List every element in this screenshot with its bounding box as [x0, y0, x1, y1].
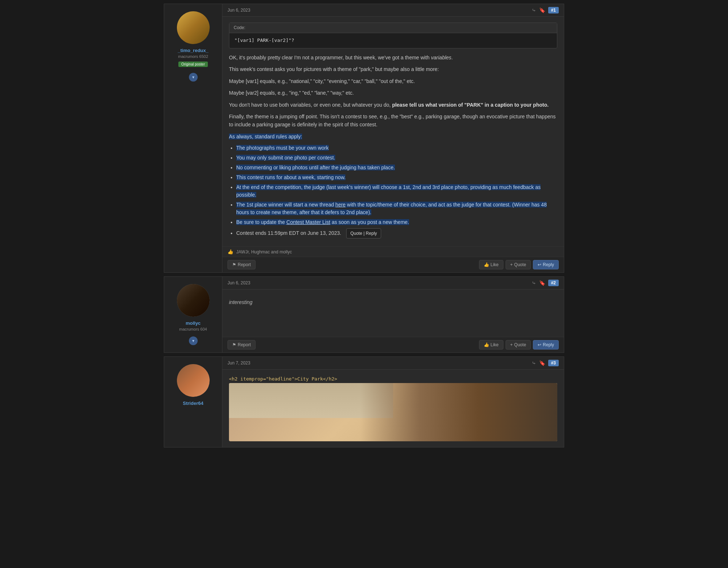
like-label: Like: [491, 262, 499, 267]
user-rank: macrumors 6502: [178, 54, 208, 59]
post-date: Jun 6, 2023: [228, 8, 250, 13]
post-image: [229, 383, 557, 441]
reaction-like-icon: 👍: [228, 249, 233, 255]
rule-8: Contest ends 11:59pm EDT on June 13, 202…: [236, 228, 557, 238]
quote-button[interactable]: + Quote: [506, 260, 531, 269]
reaction-names: JAWJr, Hughmac and mollyc: [236, 249, 292, 255]
post-number: #2: [548, 280, 559, 286]
reply-button[interactable]: ↩ Reply: [533, 340, 559, 350]
op-badge: Original poster: [178, 62, 208, 67]
header-actions: ⤷ 🔖 #3: [532, 360, 559, 366]
rule-5: At the end of the competition, the judge…: [236, 184, 557, 199]
post-1-header: Jun 6, 2023 ⤷ 🔖 #1: [222, 4, 564, 17]
footer-left: ⚑ Report: [228, 260, 256, 269]
user-chevron-down[interactable]: ▾: [189, 336, 198, 345]
avatar: [177, 284, 210, 317]
post-date: Jun 6, 2023: [228, 280, 250, 285]
share-icon[interactable]: ⤷: [532, 360, 536, 366]
report-button[interactable]: ⚑ Report: [228, 340, 256, 350]
share-icon[interactable]: ⤷: [532, 280, 536, 286]
rules-list: The photographs must be your own work Yo…: [236, 144, 557, 238]
quote-label: Quote: [514, 262, 526, 267]
rule-5-text: At the end of the competition, the judge…: [236, 184, 541, 198]
username[interactable]: Strider64: [183, 401, 203, 406]
post-2-header: Jun 6, 2023 ⤷ 🔖 #2: [222, 277, 564, 289]
post-1-sidebar: _timo_redux_ macrumors 6502 Original pos…: [164, 4, 222, 272]
body-para-3: Maybe [var1] equals, e.g., "national," "…: [229, 77, 557, 85]
user-chevron-down[interactable]: ▾: [189, 73, 198, 82]
rule-6: The 1st place winner will start a new th…: [236, 201, 557, 216]
code-label: Code:: [229, 23, 557, 33]
rule-1: The photographs must be your own work: [236, 144, 557, 152]
rule-4: This contest runs for about a week, star…: [236, 174, 557, 181]
tooltip-quote-reply[interactable]: Quote | Reply: [346, 228, 381, 238]
rule-3: No commenting or liking photos until aft…: [236, 164, 557, 171]
rule-7-text: Be sure to update the Contest Master Lis…: [236, 219, 409, 225]
post-3-sidebar: Strider64: [164, 357, 222, 447]
post-3-main: Jun 7, 2023 ⤷ 🔖 #3 <h2 itemprop="headlin…: [222, 357, 564, 447]
like-button[interactable]: 👍 Like: [479, 340, 503, 350]
code-block: Code: "[var1] PARK-[var2]"?: [229, 23, 557, 48]
like-button[interactable]: 👍 Like: [479, 260, 503, 269]
like-thumb-icon: 👍: [484, 262, 489, 267]
rules-header-text: As always, standard rules apply:: [229, 134, 302, 139]
chevron-down-icon: ▾: [192, 338, 194, 343]
body-para-4: Maybe [var2] equals, e.g., "ing," "ed," …: [229, 89, 557, 97]
header-actions: ⤷ 🔖 #1: [532, 7, 559, 13]
post-2-sidebar: mollyc macrumors 604 ▾: [164, 277, 222, 352]
bookmark-icon[interactable]: 🔖: [539, 280, 545, 286]
reply-label: Reply: [543, 342, 554, 347]
post-2-text: interesting: [229, 298, 557, 306]
rule-4-text: This contest runs for about a week, star…: [236, 174, 345, 180]
bookmark-icon[interactable]: 🔖: [539, 7, 545, 13]
post-3-code: <h2 itemprop="headline">City Park</h2>: [229, 375, 557, 383]
chevron-down-icon: ▾: [192, 75, 194, 80]
rule-2: You may only submit one photo per contes…: [236, 154, 557, 162]
post-number: #1: [548, 7, 559, 13]
username[interactable]: _timo_redux_: [178, 48, 209, 53]
quote-plus-icon: +: [510, 342, 513, 347]
post-2-footer: ⚑ Report 👍 Like + Quote ↩ Reply: [222, 337, 564, 352]
footer-left: ⚑ Report: [228, 340, 256, 350]
rule-2-text: You may only submit one photo per contes…: [236, 155, 335, 161]
post-2: mollyc macrumors 604 ▾ Jun 6, 2023 ⤷ 🔖 #…: [164, 276, 564, 353]
reactions-row: 👍 JAWJr, Hughmac and mollyc: [222, 246, 564, 257]
post-1: _timo_redux_ macrumors 6502 Original pos…: [164, 4, 564, 273]
report-label: Report: [238, 342, 251, 347]
username[interactable]: mollyc: [186, 320, 201, 326]
quote-button[interactable]: + Quote: [506, 340, 531, 350]
like-label: Like: [491, 342, 499, 347]
rule-3-text: No commenting or liking photos until aft…: [236, 165, 395, 170]
report-label: Report: [238, 262, 251, 267]
footer-right: 👍 Like + Quote ↩ Reply: [479, 340, 559, 350]
report-button[interactable]: ⚑ Report: [228, 260, 256, 269]
rule-7: Be sure to update the Contest Master Lis…: [236, 218, 557, 226]
post-2-body: interesting: [222, 289, 564, 337]
quote-label: Quote: [514, 342, 526, 347]
flag-icon: ⚑: [232, 262, 236, 267]
post-2-main: Jun 6, 2023 ⤷ 🔖 #2 interesting ⚑ Report …: [222, 277, 564, 352]
rule-1-text: The photographs must be your own work: [236, 145, 329, 151]
footer-right: 👍 Like + Quote ↩ Reply: [479, 260, 559, 269]
reply-label: Reply: [543, 262, 554, 267]
flag-icon: ⚑: [232, 342, 236, 347]
body-para-6: Finally, the theme is a jumping off poin…: [229, 113, 557, 129]
header-actions: ⤷ 🔖 #2: [532, 280, 559, 286]
avatar: [177, 364, 210, 397]
post-3-header: Jun 7, 2023 ⤷ 🔖 #3: [222, 357, 564, 370]
post-1-body: Code: "[var1] PARK-[var2]"? OK, it's pro…: [222, 17, 564, 246]
reply-button[interactable]: ↩ Reply: [533, 260, 559, 269]
post-number: #3: [548, 360, 559, 366]
rules-header: As always, standard rules apply:: [229, 133, 557, 141]
avatar: [177, 11, 210, 44]
post-3-body: <h2 itemprop="headline">City Park</h2>: [222, 370, 564, 447]
share-icon[interactable]: ⤷: [532, 7, 536, 13]
post-1-footer: ⚑ Report 👍 Like + Quote ↩ Reply: [222, 257, 564, 272]
rule-6-text: The 1st place winner will start a new th…: [236, 202, 547, 215]
body-para-2: This week's contest asks you for picture…: [229, 65, 557, 73]
body-para-1: OK, it's probably pretty clear I'm not a…: [229, 54, 557, 62]
code-content: "[var1] PARK-[var2]"?: [229, 33, 557, 48]
reply-arrow-icon: ↩: [538, 342, 541, 347]
post-date: Jun 7, 2023: [228, 360, 250, 366]
bookmark-icon[interactable]: 🔖: [539, 360, 545, 366]
